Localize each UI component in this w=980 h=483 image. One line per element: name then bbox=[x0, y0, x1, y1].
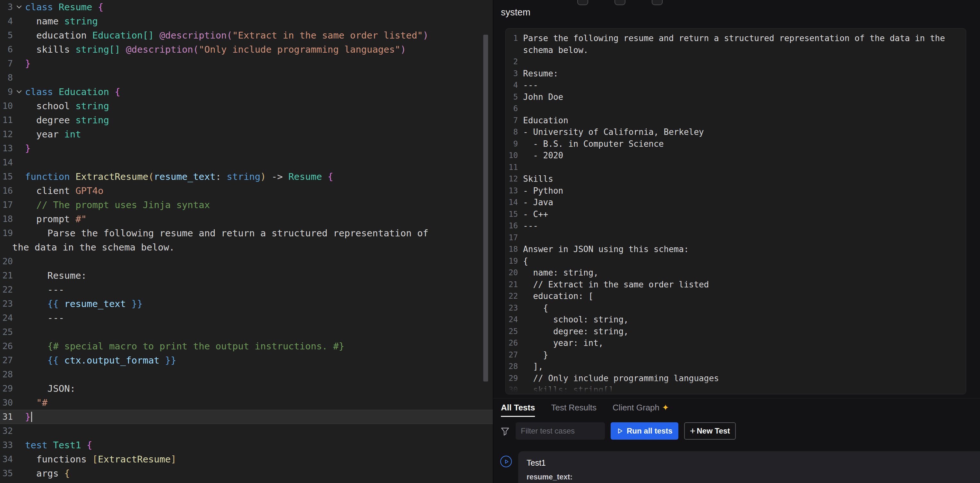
code-line[interactable]: 15function ExtractResume(resume_text: st… bbox=[0, 170, 493, 184]
code-line[interactable]: 35 args { bbox=[0, 466, 493, 480]
code-line[interactable]: 4 name string bbox=[0, 14, 493, 28]
sparkles-icon: ✦ bbox=[662, 403, 669, 412]
line-number: 15 bbox=[0, 170, 13, 184]
code-text: the data in the schema below. bbox=[12, 240, 175, 254]
code-editor[interactable]: 3class Resume {4 name string5 education … bbox=[0, 0, 493, 483]
fold-gutter bbox=[13, 396, 25, 410]
prompt-line-text: - 2020 bbox=[523, 150, 563, 161]
scrollbar-thumb[interactable] bbox=[483, 35, 488, 381]
code-line[interactable]: 14 bbox=[0, 155, 493, 170]
run-all-tests-label: Run all tests bbox=[627, 426, 673, 435]
code-text: "# bbox=[25, 396, 48, 410]
code-line[interactable]: 3class Resume { bbox=[0, 0, 493, 14]
line-number: 14 bbox=[0, 155, 13, 170]
prompt-preview[interactable]: 1Parse the following resume and return a… bbox=[505, 28, 966, 394]
prompt-line-number: 15 bbox=[508, 209, 518, 220]
chevron-down-icon[interactable] bbox=[13, 85, 25, 99]
code-line[interactable]: 17 // The prompt uses Jinja syntax bbox=[0, 198, 493, 212]
code-text: Parse the following resume and return a … bbox=[25, 226, 428, 240]
run-test-button[interactable] bbox=[500, 456, 512, 467]
code-line[interactable]: 28 bbox=[0, 367, 493, 381]
code-line[interactable]: 9class Education { bbox=[0, 85, 493, 99]
code-line[interactable]: 23 {{ resume_text }} bbox=[0, 297, 493, 311]
line-number: 3 bbox=[0, 0, 13, 14]
prompt-line: 18Answer in JSON using this schema: bbox=[508, 244, 966, 255]
fold-gutter bbox=[13, 28, 25, 42]
code-line[interactable]: 21 Resume: bbox=[0, 268, 493, 282]
chevron-down-icon[interactable] bbox=[13, 0, 25, 14]
code-line[interactable]: 24 --- bbox=[0, 311, 493, 325]
run-all-tests-button[interactable]: Run all tests bbox=[611, 422, 678, 440]
code-line[interactable]: 10 school string bbox=[0, 99, 493, 113]
prompt-line-number: 18 bbox=[508, 244, 518, 255]
prompt-line-number: 26 bbox=[508, 337, 518, 349]
code-line[interactable]: 32 bbox=[0, 424, 493, 438]
code-line[interactable]: 34 functions [ExtractResume] bbox=[0, 452, 493, 466]
code-text: test Test1 { bbox=[25, 438, 92, 452]
code-text: {{ resume_text }} bbox=[25, 297, 143, 311]
prompt-line-number: 16 bbox=[508, 220, 518, 232]
prompt-preview-lines: 1Parse the following resume and return a… bbox=[508, 32, 966, 394]
toolbar-button[interactable] bbox=[614, 0, 625, 5]
code-line[interactable]: 19 Parse the following resume and return… bbox=[0, 226, 493, 240]
code-line[interactable]: 20 bbox=[0, 254, 493, 268]
filter-input[interactable] bbox=[515, 422, 605, 440]
fold-gutter bbox=[13, 42, 25, 56]
prompt-line-text: John Doe bbox=[523, 91, 563, 103]
code-line[interactable]: 8 bbox=[0, 71, 493, 85]
code-line[interactable]: 36 resume_text #" bbox=[0, 480, 493, 483]
code-line[interactable]: the data in the schema below. bbox=[0, 240, 493, 254]
text-cursor bbox=[31, 412, 32, 422]
prompt-line-text: Resume: bbox=[523, 68, 558, 80]
code-line[interactable]: 29 JSON: bbox=[0, 381, 493, 396]
code-line[interactable]: 22 --- bbox=[0, 282, 493, 297]
code-line[interactable]: 33test Test1 { bbox=[0, 438, 493, 452]
fold-gutter bbox=[13, 438, 25, 452]
prompt-line-number: 22 bbox=[508, 290, 518, 302]
code-line[interactable]: 25 bbox=[0, 325, 493, 339]
fold-gutter bbox=[13, 268, 25, 282]
code-line[interactable]: 7} bbox=[0, 56, 493, 71]
prompt-line-number: 13 bbox=[508, 185, 518, 197]
tab-all-tests[interactable]: All Tests bbox=[501, 403, 535, 417]
prompt-line: 10 - 2020 bbox=[508, 150, 966, 161]
prompt-line-number: 2 bbox=[508, 56, 518, 68]
line-number: 35 bbox=[0, 466, 13, 480]
playground-panel: system 1Parse the following resume and r… bbox=[493, 0, 980, 483]
code-line[interactable]: 27 {{ ctx.output_format }} bbox=[0, 353, 493, 367]
prompt-line: 9 - B.S. in Computer Science bbox=[508, 138, 966, 150]
prompt-line-number: 27 bbox=[508, 349, 518, 361]
toolbar-button[interactable] bbox=[652, 0, 663, 5]
prompt-line: 13- Python bbox=[508, 185, 966, 197]
prompt-line: 2 bbox=[508, 56, 966, 68]
tab-test-results[interactable]: Test Results bbox=[551, 403, 597, 417]
line-number: 26 bbox=[0, 339, 13, 353]
new-test-button[interactable]: + New Test bbox=[684, 422, 736, 440]
code-line[interactable]: 30 "# bbox=[0, 396, 493, 410]
test-case-card[interactable]: Test1 resume_text: bbox=[518, 451, 980, 483]
toolbar-button[interactable] bbox=[577, 0, 588, 5]
code-line[interactable]: 11 degree string bbox=[0, 113, 493, 127]
fold-gutter bbox=[13, 367, 25, 381]
code-line[interactable]: 16 client GPT4o bbox=[0, 184, 493, 198]
panel-toolbar bbox=[577, 0, 663, 5]
fold-gutter bbox=[13, 353, 25, 367]
code-line[interactable]: 18 prompt #" bbox=[0, 212, 493, 226]
tests-panel: All TestsTest ResultsClient Graph✦ Run a… bbox=[493, 398, 980, 483]
prompt-line: 15- C++ bbox=[508, 209, 966, 220]
tab-client-graph[interactable]: Client Graph✦ bbox=[612, 403, 669, 417]
prompt-line-number: 10 bbox=[508, 150, 518, 161]
prompt-line: 21 // Extract in the same order listed bbox=[508, 279, 966, 291]
code-text: functions [ExtractResume] bbox=[25, 452, 176, 466]
code-line[interactable]: 5 education Education[] @description("Ex… bbox=[0, 28, 493, 42]
line-number: 13 bbox=[0, 141, 13, 155]
code-line[interactable]: 13} bbox=[0, 141, 493, 155]
code-line[interactable]: 12 year int bbox=[0, 127, 493, 141]
code-line[interactable]: 31} bbox=[0, 410, 493, 424]
code-line[interactable]: 26 {# special macro to print the output … bbox=[0, 339, 493, 353]
prompt-line-number: 24 bbox=[508, 314, 518, 326]
fold-gutter bbox=[13, 410, 25, 424]
code-line[interactable]: 6 skills string[] @description("Only inc… bbox=[0, 42, 493, 56]
line-number: 5 bbox=[0, 28, 13, 42]
editor-scrollbar[interactable] bbox=[483, 0, 488, 483]
